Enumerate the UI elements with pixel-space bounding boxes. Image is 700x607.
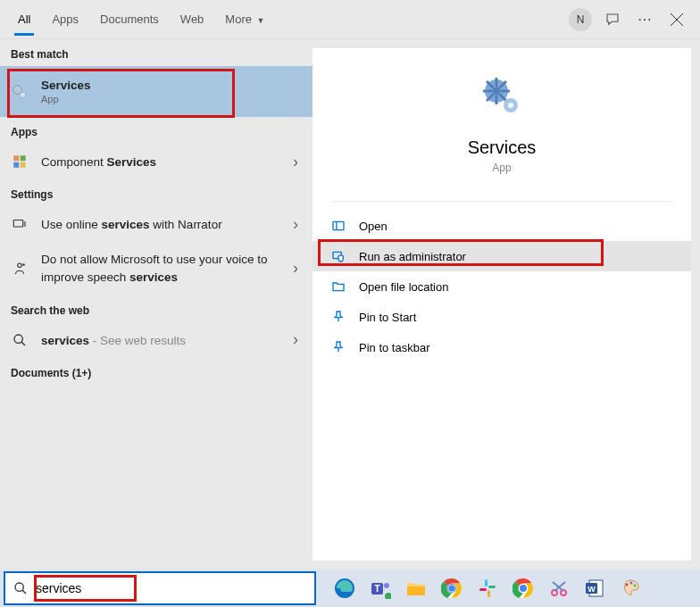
tab-more[interactable]: More ▼ (214, 4, 275, 35)
services-icon (11, 83, 29, 101)
action-pin-start[interactable]: Pin to Start (312, 302, 691, 332)
svg-point-2 (648, 18, 650, 20)
folder-icon (330, 279, 346, 295)
svg-point-55 (634, 585, 637, 587)
taskbar-teams-icon[interactable]: T (364, 572, 396, 604)
svg-line-29 (22, 590, 26, 594)
section-web: Search the web (0, 295, 312, 322)
result-best-match[interactable]: Services App (0, 66, 312, 117)
svg-rect-24 (333, 221, 344, 229)
pin-start-icon (330, 309, 346, 325)
section-documents: Documents (1+) (0, 358, 312, 385)
action-run-admin[interactable]: Run as administrator (312, 241, 691, 271)
detail-subtitle: App (312, 162, 691, 174)
taskbar-explorer-icon[interactable] (400, 572, 432, 604)
svg-point-0 (639, 18, 641, 20)
svg-point-53 (626, 584, 629, 586)
taskbar-word-icon[interactable]: W (579, 572, 611, 604)
result-subtitle: App (41, 94, 302, 104)
taskbar-chrome-icon[interactable] (436, 572, 468, 604)
svg-line-15 (21, 342, 25, 345)
result-title: Do not allow Microsoft to use your voice… (41, 253, 268, 284)
action-open[interactable]: Open (312, 211, 691, 241)
svg-point-13 (23, 264, 25, 266)
detail-icon (312, 48, 691, 130)
open-icon (330, 218, 346, 234)
chevron-down-icon: ▼ (257, 16, 265, 25)
svg-rect-8 (21, 155, 26, 161)
taskbar-search[interactable] (4, 571, 316, 605)
more-options-icon[interactable] (629, 4, 661, 36)
svg-rect-40 (485, 579, 488, 586)
action-open-location[interactable]: Open file location (312, 271, 691, 302)
result-narrator-services[interactable]: Use online services with Narrator (0, 206, 312, 242)
taskbar-chrome2-icon[interactable] (507, 572, 539, 604)
section-best-match: Best match (0, 39, 312, 66)
svg-point-34 (385, 593, 391, 599)
taskbar-snip-icon[interactable] (543, 572, 575, 604)
svg-point-1 (644, 18, 646, 20)
svg-rect-10 (21, 162, 26, 168)
admin-icon (330, 248, 346, 264)
detail-title: Services (312, 137, 691, 158)
taskbar-edge-icon[interactable] (329, 572, 361, 604)
close-icon[interactable] (661, 4, 693, 36)
tab-apps[interactable]: Apps (41, 4, 89, 35)
taskbar: T W (0, 570, 700, 607)
result-title: Services (41, 79, 302, 92)
svg-point-54 (630, 582, 633, 585)
svg-text:W: W (588, 585, 596, 594)
svg-point-12 (18, 263, 22, 268)
svg-rect-9 (13, 162, 19, 168)
narrator-icon (11, 215, 29, 233)
section-apps: Apps (0, 117, 312, 144)
search-window: All Apps Documents Web More ▼ N Best mat… (0, 0, 700, 570)
feedback-icon[interactable] (596, 4, 629, 36)
action-pin-taskbar[interactable]: Pin to taskbar (312, 332, 691, 362)
component-services-icon (11, 153, 29, 170)
svg-point-6 (20, 92, 26, 98)
speech-icon (11, 260, 29, 278)
svg-point-28 (15, 583, 23, 591)
svg-rect-11 (13, 220, 23, 228)
svg-rect-41 (488, 586, 496, 588)
pin-taskbar-icon (330, 339, 346, 355)
result-component-services[interactable]: Component Services (0, 144, 312, 179)
result-title: Use online services with Narrator (41, 218, 222, 231)
svg-rect-42 (488, 590, 490, 597)
svg-point-23 (508, 103, 513, 108)
search-input[interactable] (36, 573, 314, 603)
taskbar-slack-icon[interactable] (471, 572, 504, 604)
svg-point-39 (449, 586, 455, 592)
result-title: Component Services (41, 155, 156, 169)
result-web-services[interactable]: services - See web results (0, 322, 312, 358)
svg-point-45 (520, 585, 527, 592)
svg-point-33 (384, 583, 389, 588)
svg-text:T: T (374, 584, 379, 594)
result-speech-services[interactable]: Do not allow Microsoft to use your voice… (0, 242, 312, 295)
tab-all[interactable]: All (7, 4, 41, 35)
tabs-row: All Apps Documents Web More ▼ N (0, 0, 700, 39)
user-avatar[interactable]: N (564, 4, 596, 36)
search-icon (11, 331, 29, 349)
section-settings: Settings (0, 179, 312, 206)
svg-rect-7 (13, 155, 19, 161)
results-pane: Best match Services App Apps Component S… (0, 39, 312, 570)
tab-documents[interactable]: Documents (89, 4, 170, 35)
tab-web[interactable]: Web (170, 4, 215, 35)
search-icon (5, 581, 36, 595)
taskbar-paint-icon[interactable] (614, 572, 646, 604)
detail-pane: Services App Open Run as administrator O… (312, 48, 691, 561)
svg-rect-43 (479, 588, 487, 591)
svg-rect-35 (407, 586, 425, 595)
result-title: services - See web results (41, 334, 186, 347)
svg-point-14 (14, 335, 22, 343)
